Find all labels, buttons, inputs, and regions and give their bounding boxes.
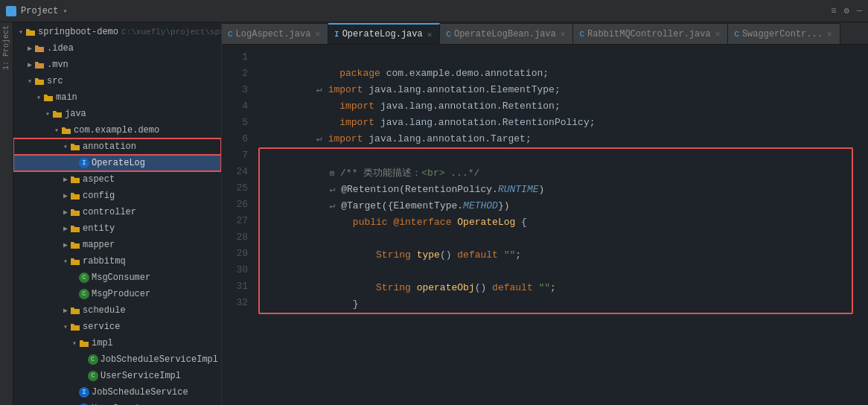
logaspect-tab-close[interactable]: ✕ <box>313 28 322 39</box>
java-folder-icon <box>52 109 63 118</box>
line-num-29: 29 <box>222 246 248 262</box>
brace-close: } <box>353 299 359 310</box>
import-target: java.lang.annotation.Target; <box>368 133 531 144</box>
operatelog-tab-close[interactable]: ✕ <box>426 29 434 40</box>
tree-item-userservice[interactable]: I UserService <box>13 401 221 405</box>
keyword-import-5: import <box>328 133 363 144</box>
line-num-30: 30 <box>222 262 248 278</box>
project-dropdown[interactable]: ▾ <box>63 7 67 16</box>
code-content[interactable]: package com.example.demo.annotation; ↵ i… <box>255 45 868 405</box>
main-arrow: ▾ <box>34 93 43 102</box>
string-empty-30: "" <box>539 282 551 293</box>
root-arrow: ▾ <box>16 28 25 36</box>
impl-label: impl <box>92 338 113 348</box>
tree-item-controller[interactable]: ▶ controller <box>13 204 221 220</box>
config-label: config <box>83 191 115 201</box>
mapper-arrow: ▶ <box>61 240 70 249</box>
root-name: springboot-demo <box>38 27 118 37</box>
com-folder-icon <box>61 126 71 135</box>
annotation-arrow: ▾ <box>61 142 70 151</box>
tree-item-rabbitmq[interactable]: ▾ rabbitmq <box>13 253 221 270</box>
tree-item-mvn[interactable]: ▶ .mvn <box>13 57 221 73</box>
tree-item-idea[interactable]: ▶ .idea <box>13 40 221 57</box>
tree-item-impl[interactable]: ▾ impl <box>13 335 221 351</box>
com-label: com.example.demo <box>74 125 159 135</box>
jobscheduleimpl-label: JobScheduleServiceImpl <box>100 354 218 365</box>
keyword-string-28: String <box>376 249 411 261</box>
mapper-folder-icon <box>70 240 80 249</box>
menu-icon[interactable]: ≡ <box>831 6 836 16</box>
paren-28: () <box>440 249 457 261</box>
tree-item-annotation[interactable]: ▾ annotation <box>13 138 221 155</box>
minimize-icon[interactable]: ─ <box>857 6 862 16</box>
line-num-28: 28 <box>222 229 248 246</box>
java-arrow: ▾ <box>43 109 52 118</box>
tree-item-service[interactable]: ▾ service <box>13 319 221 335</box>
tree-item-java[interactable]: ▾ java <box>13 106 221 122</box>
tree-item-main[interactable]: ▾ main <box>13 89 221 106</box>
tree-root[interactable]: ▾ springboot-demo C:\xuefly\project\spri… <box>13 24 221 40</box>
line-num-7: 7 <box>222 147 248 164</box>
fold-arrow-24: ↵ <box>330 184 336 195</box>
tree-item-schedule[interactable]: ▶ schedule <box>13 302 221 319</box>
tab-logaspect[interactable]: C LogAspect.java ✕ <box>222 23 328 44</box>
operatelog-label: OperateLog <box>92 158 145 168</box>
method-operateobj: operateObj <box>417 282 475 293</box>
keyword-public: public <box>353 217 388 228</box>
schedule-label: schedule <box>83 305 126 316</box>
swaggercontr-tab-icon: C <box>734 30 739 39</box>
swaggercontr-tab-label: SwaggerContr... <box>742 29 823 39</box>
tree-item-jobscheduleservice[interactable]: I JobScheduleService <box>13 384 221 401</box>
keyword-string-30: String <box>376 282 411 293</box>
idea-arrow: ▶ <box>25 44 34 53</box>
tab-operatelogbean[interactable]: C OperateLogBean.java ✕ <box>440 23 573 44</box>
operatelog-tab-icon: I <box>334 30 339 39</box>
fold-arrow-2: ↵ <box>316 84 322 95</box>
src-folder-icon <box>34 77 45 86</box>
tree-item-src[interactable]: ▾ src <box>13 73 221 89</box>
rabbitmqcontroller-tab-label: RabbitMQController.java <box>587 29 711 39</box>
tab-rabbitmqcontroller[interactable]: C RabbitMQController.java ✕ <box>573 23 728 44</box>
line-num-1: 1 <box>222 49 248 66</box>
rabbitmqcontroller-tab-close[interactable]: ✕ <box>714 28 722 39</box>
import-elementtype: java.lang.annotation.ElementType; <box>368 84 560 95</box>
tree-item-userserviceimpl[interactable]: C UserServiceImpl <box>13 368 221 384</box>
line-num-6: 6 <box>222 131 248 147</box>
swaggercontr-tab-close[interactable]: ✕ <box>826 28 834 39</box>
package-name: com.example.demo.annotation; <box>386 68 549 79</box>
title-bar-icons: ≡ ⚙ ─ <box>831 5 862 16</box>
project-title: Project <box>21 6 58 16</box>
keyword-import-2: import <box>328 84 363 95</box>
tree-item-jobscheduleimpl[interactable]: C JobScheduleServiceImpl <box>13 351 221 368</box>
idea-folder-icon <box>34 44 45 53</box>
line-num-2: 2 <box>222 66 248 82</box>
operatelogbean-tab-close[interactable]: ✕ <box>559 28 567 39</box>
service-label: service <box>83 322 120 332</box>
tree-item-mapper[interactable]: ▶ mapper <box>13 237 221 253</box>
msgproducer-label: MsgProducer <box>92 289 150 299</box>
brace-open: { <box>521 217 527 228</box>
tree-item-msgproducer[interactable]: C MsgProducer <box>13 286 221 302</box>
operatelogbean-tab-label: OperateLogBean.java <box>454 29 556 39</box>
tree-item-config[interactable]: ▶ config <box>13 188 221 204</box>
controller-arrow: ▶ <box>61 208 70 217</box>
tree-item-operatelog[interactable]: I OperateLog <box>13 155 221 171</box>
tree-item-aspect[interactable]: ▶ aspect <box>13 171 221 188</box>
tab-operatelog[interactable]: I OperateLog.java ✕ <box>328 23 440 44</box>
tree-item-msgconsumer[interactable]: C MsgConsumer <box>13 270 221 286</box>
tree-item-com[interactable]: ▾ com.example.demo <box>13 122 221 138</box>
fold-icon-7[interactable]: ⊞ <box>330 169 335 178</box>
mvn-folder-icon <box>34 60 45 69</box>
annotation-wrapper: ▾ annotation I OperateLog <box>13 138 221 171</box>
msgconsumer-label: MsgConsumer <box>92 272 150 283</box>
logaspect-tab-icon: C <box>228 30 233 39</box>
main-content: 1: Project ▾ springboot-demo C:\xuefly\p… <box>0 22 868 405</box>
rabbitmqcontroller-tab-icon: C <box>579 30 584 39</box>
service-folder-icon <box>70 322 80 331</box>
entity-folder-icon <box>70 224 80 233</box>
line-num-24: 24 <box>222 164 248 180</box>
settings-icon[interactable]: ⚙ <box>844 5 849 16</box>
runtime-val: RUNTIME <box>498 184 539 195</box>
tab-swaggercontr[interactable]: C SwaggerContr... ✕ <box>728 23 840 44</box>
tree-item-entity[interactable]: ▶ entity <box>13 220 221 237</box>
